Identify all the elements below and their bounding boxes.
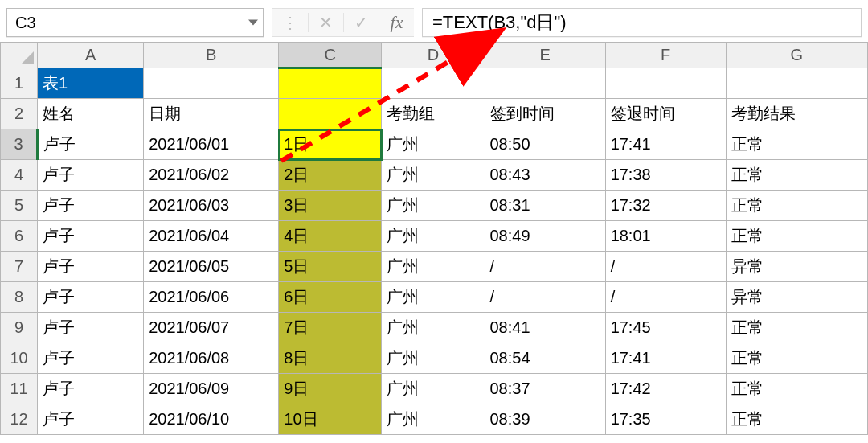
cell-day[interactable]: 3日 — [279, 191, 382, 221]
header-checkin[interactable]: 签到时间 — [485, 99, 605, 129]
more-icon[interactable]: ⋮ — [272, 13, 308, 32]
row-header[interactable]: 4 — [1, 160, 38, 191]
header-blank[interactable] — [279, 99, 382, 129]
cell-in[interactable]: 08:54 — [485, 343, 605, 374]
cell[interactable] — [485, 68, 605, 99]
row-header[interactable]: 6 — [1, 221, 38, 252]
cell-day[interactable]: 9日 — [279, 374, 382, 404]
row-header[interactable]: 8 — [1, 282, 38, 313]
cell-in[interactable]: / — [485, 282, 605, 313]
cell-date[interactable]: 2021/06/09 — [144, 374, 279, 404]
cell-day[interactable]: 2日 — [279, 160, 382, 191]
cell-out[interactable]: 17:41 — [605, 129, 726, 160]
row-header[interactable]: 10 — [1, 343, 38, 374]
header-name[interactable]: 姓名 — [38, 99, 144, 129]
cell-res[interactable]: 正常 — [726, 191, 867, 221]
cell[interactable] — [279, 68, 382, 99]
cell-date[interactable]: 2021/06/06 — [144, 282, 279, 313]
cell-in[interactable]: 08:37 — [485, 374, 605, 404]
cell-group[interactable]: 广州 — [382, 404, 485, 435]
row-header[interactable]: 3 — [1, 129, 38, 160]
col-header-B[interactable]: B — [144, 43, 279, 68]
cell-name[interactable]: 卢子 — [38, 252, 144, 282]
cell-group[interactable]: 广州 — [382, 313, 485, 343]
row-header[interactable]: 9 — [1, 313, 38, 343]
row-header[interactable]: 7 — [1, 252, 38, 282]
cell-group[interactable]: 广州 — [382, 252, 485, 282]
cell-group[interactable]: 广州 — [382, 160, 485, 191]
header-result[interactable]: 考勤结果 — [726, 99, 867, 129]
row-header[interactable]: 2 — [1, 99, 38, 129]
cell-day[interactable]: 5日 — [279, 252, 382, 282]
cell-in[interactable]: 08:43 — [485, 160, 605, 191]
select-all-corner[interactable] — [1, 43, 38, 68]
table-title-cell[interactable]: 表1 — [38, 68, 144, 99]
cell-in[interactable]: 08:31 — [485, 191, 605, 221]
cell-day[interactable]: 10日 — [279, 404, 382, 435]
cell-name[interactable]: 卢子 — [38, 404, 144, 435]
cell-day[interactable]: 8日 — [279, 343, 382, 374]
cell-in[interactable]: 08:41 — [485, 313, 605, 343]
cell-res[interactable]: 正常 — [726, 129, 867, 160]
cell-date[interactable]: 2021/06/01 — [144, 129, 279, 160]
header-date[interactable]: 日期 — [144, 99, 279, 129]
cell-day-active[interactable]: 1日 — [279, 129, 382, 160]
cell-res[interactable]: 异常 — [726, 252, 867, 282]
cell-out[interactable]: 17:41 — [605, 343, 726, 374]
cell-in[interactable]: 08:39 — [485, 404, 605, 435]
row-header[interactable]: 5 — [1, 191, 38, 221]
header-checkout[interactable]: 签退时间 — [605, 99, 726, 129]
name-box[interactable]: C3 — [6, 8, 264, 37]
cell-name[interactable]: 卢子 — [38, 160, 144, 191]
formula-input[interactable]: =TEXT(B3,"d日") — [422, 8, 862, 37]
cell-date[interactable]: 2021/06/04 — [144, 221, 279, 252]
col-header-E[interactable]: E — [485, 43, 605, 68]
cell-in[interactable]: / — [485, 252, 605, 282]
cell-out[interactable]: 17:42 — [605, 374, 726, 404]
cell-res[interactable]: 正常 — [726, 313, 867, 343]
col-header-C[interactable]: C — [279, 43, 382, 68]
cell-date[interactable]: 2021/06/05 — [144, 252, 279, 282]
cell[interactable] — [144, 68, 279, 99]
cell-day[interactable]: 4日 — [279, 221, 382, 252]
cell-out[interactable]: 17:32 — [605, 191, 726, 221]
cell-name[interactable]: 卢子 — [38, 221, 144, 252]
cell-day[interactable]: 7日 — [279, 313, 382, 343]
cell-name[interactable]: 卢子 — [38, 282, 144, 313]
cell-name[interactable]: 卢子 — [38, 129, 144, 160]
col-header-A[interactable]: A — [38, 43, 144, 68]
cell-date[interactable]: 2021/06/07 — [144, 313, 279, 343]
cell-group[interactable]: 广州 — [382, 374, 485, 404]
row-header[interactable]: 11 — [1, 374, 38, 404]
cell-in[interactable]: 08:49 — [485, 221, 605, 252]
confirm-icon[interactable]: ✓ — [343, 13, 379, 32]
col-header-G[interactable]: G — [726, 43, 867, 68]
cell-name[interactable]: 卢子 — [38, 374, 144, 404]
cell[interactable] — [382, 68, 485, 99]
spreadsheet-grid[interactable]: A B C D E F G 1 表1 2 姓名 日期 考勤组 签到时间 签退时间 — [0, 42, 868, 435]
cell-out[interactable]: 17:35 — [605, 404, 726, 435]
cell-out[interactable]: 17:38 — [605, 160, 726, 191]
cell-res[interactable]: 异常 — [726, 282, 867, 313]
chevron-down-icon[interactable] — [248, 20, 258, 26]
cell-in[interactable]: 08:50 — [485, 129, 605, 160]
col-header-D[interactable]: D — [382, 43, 485, 68]
cell-date[interactable]: 2021/06/08 — [144, 343, 279, 374]
cell-out[interactable]: 18:01 — [605, 221, 726, 252]
cell-res[interactable]: 正常 — [726, 160, 867, 191]
cell-name[interactable]: 卢子 — [38, 313, 144, 343]
cell-out[interactable]: / — [605, 282, 726, 313]
cell-group[interactable]: 广州 — [382, 221, 485, 252]
cell[interactable] — [605, 68, 726, 99]
cell-group[interactable]: 广州 — [382, 129, 485, 160]
header-group[interactable]: 考勤组 — [382, 99, 485, 129]
cell-group[interactable]: 广州 — [382, 282, 485, 313]
cell-date[interactable]: 2021/06/10 — [144, 404, 279, 435]
cancel-icon[interactable]: ✕ — [308, 13, 343, 32]
cell-res[interactable]: 正常 — [726, 404, 867, 435]
cell-date[interactable]: 2021/06/03 — [144, 191, 279, 221]
cell-name[interactable]: 卢子 — [38, 343, 144, 374]
cell-group[interactable]: 广州 — [382, 343, 485, 374]
cell-name[interactable]: 卢子 — [38, 191, 144, 221]
cell-out[interactable]: / — [605, 252, 726, 282]
